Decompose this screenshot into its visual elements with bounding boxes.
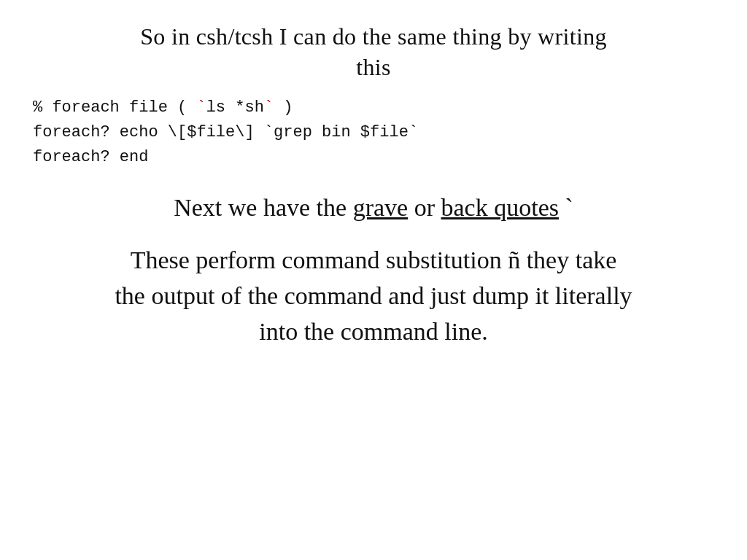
description-line2: the output of the command and just dump …	[115, 282, 632, 309]
backtick-open: `	[196, 98, 206, 117]
heading-word-grave: grave	[353, 194, 409, 221]
description-line1: These perform command substitution ñ the…	[131, 246, 617, 273]
section-heading: Next we have the grave or back quotes `	[29, 192, 718, 224]
description-line3: into the command line.	[259, 318, 488, 345]
page: So in csh/tcsh I can do the same thing b…	[0, 0, 747, 560]
heading-word-backquotes: back quotes	[441, 194, 559, 221]
heading-middle: or	[408, 194, 441, 221]
heading-suffix: `	[559, 194, 573, 221]
intro-block: So in csh/tcsh I can do the same thing b…	[29, 22, 718, 82]
code-line2: foreach? echo \[$file\] `grep bin $file`	[33, 120, 718, 145]
description-block: These perform command substitution ñ the…	[29, 242, 718, 350]
backtick-close: `	[264, 98, 274, 117]
code-line3: foreach? end	[33, 145, 718, 170]
heading-prefix: Next we have the	[174, 194, 352, 221]
code-line1: % foreach file ( `ls *sh` )	[33, 96, 718, 120]
intro-line1: So in csh/tcsh I can do the same thing b…	[140, 23, 607, 50]
code-block: % foreach file ( `ls *sh` ) foreach? ech…	[29, 96, 718, 170]
intro-line2: this	[356, 54, 391, 80]
